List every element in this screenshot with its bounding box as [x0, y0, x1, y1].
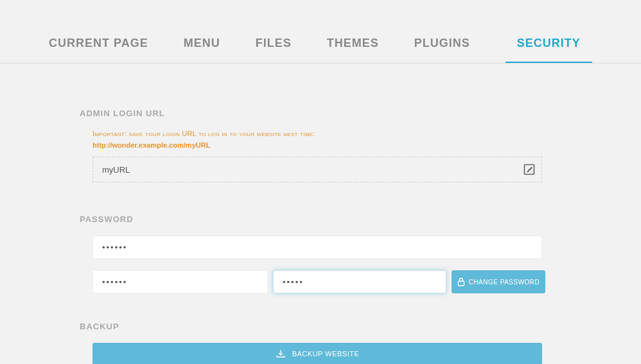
- tab-files[interactable]: files: [256, 25, 309, 63]
- svg-rect-1: [458, 281, 464, 286]
- admin-login-section: admin login url Important: save your log…: [80, 108, 641, 182]
- download-icon: [276, 349, 286, 359]
- tabs-container: current page menu files themes plugins s…: [49, 25, 592, 63]
- password-old-input[interactable]: [92, 236, 542, 259]
- password-title: password: [80, 214, 641, 224]
- password-new-input[interactable]: [92, 270, 268, 293]
- login-url-link: http://wonder.example.com/myURL: [92, 141, 210, 149]
- lock-icon: [457, 277, 465, 286]
- content: admin login url Important: save your log…: [0, 64, 641, 364]
- tab-security[interactable]: security: [505, 25, 592, 63]
- backup-section: backup backup website: [80, 322, 641, 364]
- password-row2: change password: [92, 270, 641, 293]
- tab-plugins[interactable]: plugins: [414, 25, 487, 63]
- tab-themes[interactable]: themes: [327, 25, 396, 63]
- edit-icon[interactable]: [523, 163, 536, 176]
- password-confirm-input[interactable]: [273, 270, 446, 293]
- admin-login-title: admin login url: [80, 108, 641, 118]
- password-section: password change password: [80, 214, 641, 293]
- change-password-button[interactable]: change password: [452, 270, 545, 293]
- change-password-label: change password: [469, 279, 540, 286]
- backup-button-label: backup website: [292, 350, 360, 358]
- backup-button[interactable]: backup website: [92, 343, 542, 364]
- url-input-wrapper: [92, 157, 542, 182]
- important-text: Important: save your login URL to log in…: [92, 130, 641, 137]
- login-url-input[interactable]: [92, 157, 542, 182]
- tab-current-page[interactable]: current page: [49, 25, 166, 63]
- backup-title: backup: [80, 322, 641, 331]
- header: current page menu files themes plugins s…: [0, 0, 641, 64]
- tab-menu[interactable]: menu: [184, 25, 238, 63]
- password-row1: [92, 236, 641, 259]
